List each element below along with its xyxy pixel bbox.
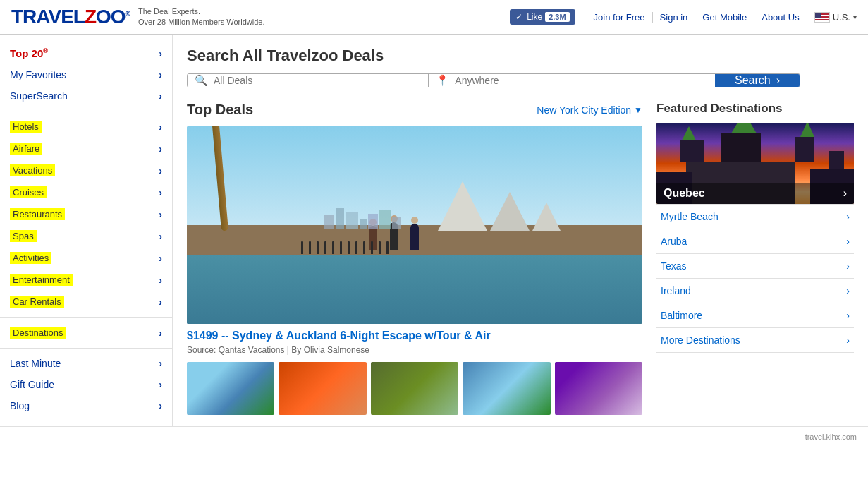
deals-header: Top Deals New York City Edition ▼ [187,102,642,118]
dest-item-texas[interactable]: Texas › [656,254,854,279]
sidebar-divider-2 [0,317,172,318]
sidebar-item-blog[interactable]: Blog › [0,395,172,416]
search-location-input[interactable] [455,75,708,86]
sidebar-label-vacations: Vacations [10,164,55,176]
search-button-arrow: › [776,74,780,87]
fb-like-button[interactable]: ✓ Like 2.3M [510,9,575,25]
dest-name-aruba: Aruba [661,236,687,247]
tagline-line2: Over 28 Million Members Worldwide. [138,17,265,28]
dest-name-more-destinations: More Destinations [661,334,740,346]
sidebar-item-hotels[interactable]: Hotels › [0,116,172,138]
nav-links: Join for Free Sign in Get Mobile About U… [587,12,857,23]
sidebar-arrow-hotels: › [159,121,162,133]
deal-thumb-4[interactable] [463,362,550,415]
sidebar-arrow-last-minute: › [159,358,162,369]
water-bg [187,255,642,324]
sidebar-label-restaurants: Restaurants [10,208,65,220]
sidebar-item-my-favorites[interactable]: My Favorites › [0,64,172,85]
main-deal-source: Source: Qantas Vacations | By Olivia Sal… [187,345,642,355]
sign-in-link[interactable]: Sign in [652,12,695,23]
dest-name-myrtle-beach: Myrtle Beach [661,211,719,222]
search-bar: 🔍 📍 Search › [187,73,800,87]
chevron-down-icon: ▾ [853,13,857,21]
logo-oo: OO [96,6,126,28]
sidebar-item-cruises[interactable]: Cruises › [0,181,172,203]
featured-title: Featured Destinations [656,102,854,116]
sidebar-item-destinations[interactable]: Destinations › [0,322,172,344]
fb-like-label: Like [527,12,542,22]
city-skyline [324,201,597,229]
dest-item-aruba[interactable]: Aruba › [656,229,854,254]
flag-icon [814,12,830,23]
dest-arrow-more-destinations: › [846,334,850,346]
main-deal-image[interactable] [187,126,642,324]
sidebar-item-car-rentals[interactable]: Car Rentals › [0,291,172,313]
country-selector[interactable]: U.S. ▾ [807,12,857,23]
sidebar-arrow-my-favorites: › [159,69,162,80]
tagline: The Deal Experts. Over 28 Million Member… [138,6,265,28]
sidebar-label-activities: Activities [10,252,51,264]
sidebar-item-vacations[interactable]: Vacations › [0,159,172,181]
destinations-list: Myrtle Beach › Aruba › Texas › Ireland › [656,204,854,353]
edition-label: New York City Edition [537,104,631,116]
tagline-line1: The Deal Experts. [138,6,265,17]
dest-item-baltimore[interactable]: Baltimore › [656,303,854,328]
sidebar-label-my-favorites: My Favorites [10,69,66,80]
edition-selector[interactable]: New York City Edition ▼ [537,104,642,116]
dest-arrow-baltimore: › [846,310,850,321]
sidebar-item-airfare[interactable]: Airfare › [0,138,172,159]
search-icon: 🔍 [195,74,208,87]
sidebar-item-gift-guide[interactable]: Gift Guide › [0,374,172,395]
dest-name-ireland: Ireland [661,285,691,296]
sidebar-item-top20[interactable]: Top 20® › [0,42,172,64]
logo[interactable]: TRAVELZOO® [11,6,130,28]
footer-bar: travel.klhx.com [0,426,868,447]
join-free-link[interactable]: Join for Free [587,12,652,23]
sidebar: Top 20® › My Favorites › SuperSearch › H… [0,35,173,426]
deals-title: Top Deals [187,102,253,118]
search-deal-field[interactable]: 🔍 [188,74,429,87]
edition-dropdown-arrow: ▼ [634,105,642,115]
deal-thumb-5[interactable] [555,362,642,415]
featured-next-icon: › [843,187,847,200]
sidebar-arrow-top20: › [159,48,162,59]
sydney-scene [187,126,642,324]
search-location-field[interactable]: 📍 [429,74,715,87]
sidebar-arrow-gift-guide: › [159,379,162,390]
sidebar-label-airfare: Airfare [10,143,42,155]
sidebar-item-last-minute[interactable]: Last Minute › [0,353,172,374]
sidebar-item-restaurants[interactable]: Restaurants › [0,203,172,225]
dest-item-ireland[interactable]: Ireland › [656,279,854,303]
sidebar-label-gift-guide: Gift Guide [10,379,54,390]
top20-label: Top 20® [10,47,48,59]
sidebar-arrow-entertainment: › [159,274,162,286]
deals-section: Top Deals New York City Edition ▼ [187,102,854,415]
sidebar-item-activities[interactable]: Activities › [0,247,172,269]
sidebar-label-car-rentals: Car Rentals [10,296,64,308]
about-us-link[interactable]: About Us [754,12,806,23]
dest-item-myrtle-beach[interactable]: Myrtle Beach › [656,205,854,229]
footer-watermark: travel.klhx.com [805,433,857,441]
iron-fence [301,241,643,255]
main-deal-title[interactable]: $1499 -- Sydney & Auckland 6-Night Escap… [187,330,642,342]
dest-arrow-ireland: › [846,285,850,296]
search-button[interactable]: Search › [715,74,800,87]
sidebar-label-cruises: Cruises [10,186,47,198]
deal-thumbnails [187,362,642,415]
sidebar-label-blog: Blog [10,400,30,411]
sidebar-label-last-minute: Last Minute [10,358,61,369]
sidebar-item-entertainment[interactable]: Entertainment › [0,269,172,291]
deal-thumb-1[interactable] [187,362,274,415]
featured-image-wrap[interactable]: Quebec › [656,123,854,204]
sidebar-label-entertainment: Entertainment [10,274,73,286]
search-deal-input[interactable] [214,75,421,86]
sidebar-divider-1 [0,111,172,111]
deal-thumb-2[interactable] [279,362,366,415]
deal-thumb-3[interactable] [371,362,458,415]
sidebar-item-spas[interactable]: Spas › [0,225,172,247]
sidebar-item-supersearch[interactable]: SuperSearch › [0,85,172,107]
get-mobile-link[interactable]: Get Mobile [695,12,754,23]
deals-main: Top Deals New York City Edition ▼ [187,102,642,415]
header: TRAVELZOO® The Deal Experts. Over 28 Mil… [0,0,868,35]
dest-item-more-destinations[interactable]: More Destinations › [656,328,854,353]
